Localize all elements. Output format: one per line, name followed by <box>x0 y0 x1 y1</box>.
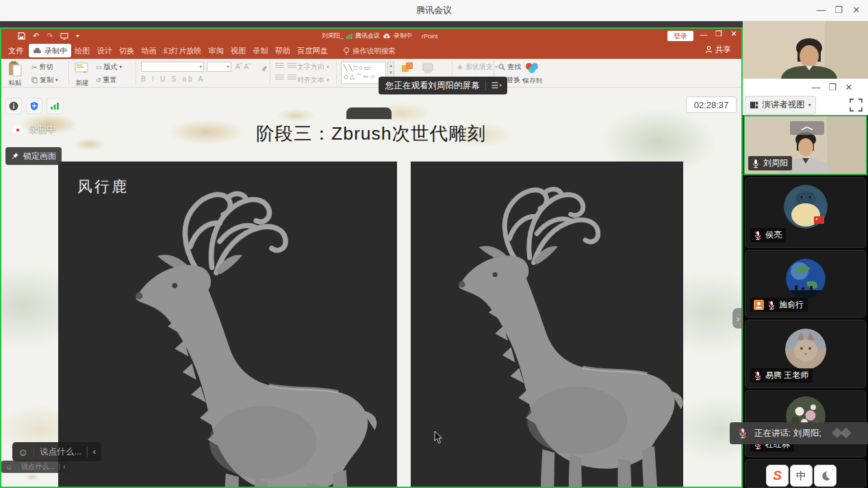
tab-baidu-netdisk[interactable]: 百度网盘 <box>297 46 328 56</box>
redo-icon[interactable]: ↷ <box>47 31 53 40</box>
mic-muted-icon <box>738 428 748 439</box>
slideshow-icon[interactable] <box>60 33 68 40</box>
collapse-video-button[interactable] <box>790 121 824 135</box>
align-text-button[interactable]: 对齐文本▾ <box>297 75 329 85</box>
watching-banner-text: 您正在观看刘周阳的屏幕 <box>385 80 480 92</box>
avatar <box>786 259 826 298</box>
fullscreen-icon[interactable] <box>849 98 863 112</box>
chat-collapse-icon: ‹ <box>64 463 66 470</box>
speaker-video-tile[interactable]: 刘周阳 <box>743 115 867 175</box>
meeting-signal-icon <box>346 33 353 39</box>
minimize-icon[interactable]: — <box>809 80 823 95</box>
lock-view-label: 锁定画面 <box>23 151 56 162</box>
recording-cloud-icon <box>383 34 391 39</box>
lock-view-button[interactable]: 锁定画面 <box>5 147 62 165</box>
arrange-icon <box>400 61 414 75</box>
tab-record[interactable]: 录制 <box>253 46 268 56</box>
font-style-buttons[interactable]: B I U S ab A <box>141 75 205 83</box>
chat-collapse-icon[interactable]: ‹ <box>93 447 96 457</box>
banner-menu-button[interactable]: ☰ ▾ <box>492 81 502 90</box>
chat-placeholder[interactable]: 说点什么... <box>40 446 81 458</box>
restore-icon[interactable]: ❐ <box>830 3 847 18</box>
chat-input-pill[interactable]: ☺ 说点什么... ‹ <box>12 442 101 461</box>
tab-review[interactable]: 审阅 <box>209 46 224 56</box>
tab-design[interactable]: 设计 <box>97 46 112 56</box>
shape-fill-button[interactable]: 形状填充▾ <box>457 62 498 72</box>
shape-fill-icon <box>457 64 463 70</box>
security-button[interactable] <box>26 98 42 114</box>
align-buttons[interactable] <box>275 75 296 81</box>
self-video-tile[interactable] <box>743 21 868 79</box>
new-slide-button[interactable] <box>74 61 89 79</box>
qat-chevron-down-icon[interactable]: ▾ <box>76 33 79 39</box>
ppt-restore-icon[interactable]: ❐ <box>712 29 726 38</box>
meeting-info-button[interactable] <box>5 98 22 114</box>
tell-me-search[interactable]: 操作说明搜索 <box>353 47 396 56</box>
close-icon[interactable]: ✕ <box>847 3 865 18</box>
paste-button[interactable] <box>8 61 22 80</box>
view-mode-button[interactable]: 演讲者视图 ▾ <box>745 96 816 114</box>
menu-chevron-icon: ▾ <box>499 83 502 88</box>
ppt-minimize-icon[interactable]: — <box>697 30 711 38</box>
reset-button[interactable]: ↺重置 <box>96 75 122 85</box>
mic-muted-icon <box>767 300 776 310</box>
quick-styles-button[interactable] <box>421 61 435 77</box>
tab-help[interactable]: 帮助 <box>275 46 290 56</box>
copy-button[interactable]: 复制▾ <box>31 75 58 85</box>
undo-icon[interactable]: ↶ <box>33 31 39 40</box>
save-to-netdisk-button[interactable] <box>524 61 539 77</box>
find-button[interactable]: 查找 <box>498 62 524 72</box>
slide-dark-tab-shape <box>346 107 392 119</box>
speaking-now-banner: 正在讲话: 刘周阳; <box>730 422 868 444</box>
save-icon[interactable] <box>18 32 25 40</box>
ime-language-button[interactable]: 中 <box>790 465 813 487</box>
tab-view[interactable]: 视图 <box>231 46 246 56</box>
grow-shrink-font-buttons[interactable]: Aˆ Aˇ <box>235 63 251 70</box>
chevron-up-icon <box>800 125 815 131</box>
pin-icon <box>11 152 19 160</box>
inner-window-controls: — ❐ ✕ <box>809 80 856 95</box>
participant-tile[interactable]: 侯亮 <box>745 177 866 248</box>
paste-label: 粘贴 <box>3 79 27 88</box>
close-icon[interactable]: ✕ <box>842 80 856 95</box>
menu-icon: ☰ <box>492 81 499 90</box>
layout-button[interactable]: ▭版式▾ <box>96 62 122 72</box>
font-size-combo[interactable]: ▾ <box>207 62 231 72</box>
tab-transitions[interactable]: 切换 <box>119 46 134 56</box>
sidebar-collapse-button[interactable]: › <box>732 308 743 329</box>
network-quality-button[interactable] <box>47 98 63 114</box>
font-name-combo[interactable]: ▾ <box>141 62 204 72</box>
minimize-icon[interactable]: — <box>812 3 830 18</box>
tab-draw[interactable]: 绘图 <box>75 46 90 56</box>
ppt-ribbon-tabs: 文件 开始 插入 绘图 设计 切换 动画 幻灯片放映 审阅 视图 录制 帮助 百… <box>1 43 741 59</box>
ime-sogou-button[interactable]: S <box>766 465 789 487</box>
tab-animations[interactable]: 动画 <box>141 46 156 56</box>
slide-title: 阶段三：Zbrush次世代雕刻 <box>166 121 576 146</box>
new-slide-icon <box>74 61 89 76</box>
participant-name-label: 施俞行 <box>750 298 808 312</box>
screen: 腾讯会议 — ❐ ✕ ↶ ↷ ▾ 刘周阳_ 腾讯会议 录制中 rPoint 登录… <box>0 0 868 488</box>
ppt-share-button[interactable]: 共享 <box>705 44 731 55</box>
login-button[interactable]: 登录 <box>667 31 693 41</box>
shield-icon <box>29 101 39 111</box>
sogou-logo-icon: S <box>773 468 782 483</box>
clear-format-icon[interactable] <box>260 63 268 71</box>
person-icon <box>705 46 713 53</box>
text-direction-button[interactable]: 文字方向▾ <box>297 62 329 72</box>
cut-button[interactable]: ✂剪切 <box>31 62 58 72</box>
ppt-close-icon[interactable]: ✕ <box>727 29 741 38</box>
participant-tile[interactable]: 易腾 王老师 <box>745 320 866 388</box>
window-controls: — ❐ ✕ <box>812 3 865 18</box>
tab-file[interactable]: 文件 <box>8 46 23 56</box>
participant-tile[interactable]: 施俞行 <box>745 250 866 318</box>
tab-slideshow[interactable]: 幻灯片放映 <box>164 46 202 56</box>
ime-night-mode-button[interactable] <box>814 465 837 487</box>
arrange-button[interactable] <box>400 61 414 77</box>
restore-icon[interactable]: ❐ <box>826 80 839 95</box>
emoji-smiley-icon[interactable]: ☺ <box>18 446 28 458</box>
signal-bars-icon <box>50 102 60 110</box>
ppt-ribbon: 粘贴 ✂剪切 复制▾ 新建 ▭版式▾ ↺重置 ▾ ▾ Aˆ Aˇ B I U S… <box>1 59 741 88</box>
ppt-window-title: 刘周阳_ 腾讯会议 录制中 rPoint <box>322 31 438 41</box>
share-button-label: 共享 <box>715 44 731 55</box>
list-buttons[interactable] <box>275 63 296 69</box>
